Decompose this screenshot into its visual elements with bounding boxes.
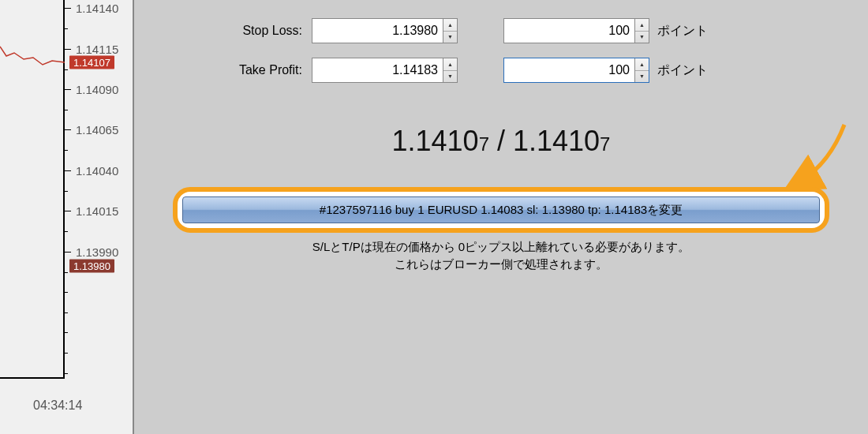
chart-tick-label: 1.14090 xyxy=(76,83,118,96)
take-profit-points-spinner[interactable]: ▲ ▼ xyxy=(503,58,649,83)
stop-loss-price-arrows[interactable]: ▲ ▼ xyxy=(443,19,457,43)
chart-tick-label: 1.14140 xyxy=(76,2,118,15)
chart-time-label: 04:34:14 xyxy=(33,398,82,413)
take-profit-label: Take Profit: xyxy=(209,63,312,77)
stop-loss-label: Stop Loss: xyxy=(209,24,312,38)
chart-tick-label: 1.14115 xyxy=(76,43,118,56)
chart-minor-tick xyxy=(65,353,68,354)
spin-down-icon[interactable]: ▼ xyxy=(635,71,649,83)
stop-loss-price-input[interactable] xyxy=(312,19,443,43)
chart-minor-tick xyxy=(65,332,68,333)
take-profit-price-arrows[interactable]: ▲ ▼ xyxy=(443,58,457,82)
spin-up-icon[interactable]: ▲ xyxy=(635,58,649,71)
modify-button-highlight: #1237597116 buy 1 EURUSD 1.14083 sl: 1.1… xyxy=(173,187,829,233)
points-unit: ポイント xyxy=(657,23,708,39)
take-profit-points-arrows[interactable]: ▲ ▼ xyxy=(634,58,649,82)
spin-up-icon[interactable]: ▲ xyxy=(443,58,457,71)
chart-tick xyxy=(65,252,71,253)
chart-minor-tick xyxy=(65,272,68,273)
chart-price-badge: 1.14107 xyxy=(69,56,114,69)
stop-loss-price-spinner[interactable]: ▲ ▼ xyxy=(312,18,458,43)
hint-line-2: これらはブローカー側で処理されます。 xyxy=(134,256,868,273)
spin-up-icon[interactable]: ▲ xyxy=(443,19,457,32)
chart-tick xyxy=(65,8,71,9)
stop-levels-hint: S/LとT/Pは現在の価格から 0ピップス以上離れている必要があります。 これら… xyxy=(134,238,868,273)
price-quote: 1.14107 / 1.14107 xyxy=(134,125,868,158)
chart-price-badge: 1.13980 xyxy=(69,260,114,273)
take-profit-points-input[interactable] xyxy=(504,58,634,82)
stop-loss-points-arrows[interactable]: ▲ ▼ xyxy=(634,19,649,43)
chart-minor-tick xyxy=(65,312,68,313)
bid-main: 1.1410 xyxy=(392,125,479,157)
chart-tick-label: 1.14065 xyxy=(76,123,118,137)
chart-minor-tick xyxy=(65,150,68,151)
chart-tick xyxy=(65,211,71,211)
chart-minor-tick xyxy=(65,191,68,192)
spin-down-icon[interactable]: ▼ xyxy=(443,32,457,43)
chart-minor-tick xyxy=(65,231,68,232)
chart-minor-tick xyxy=(65,28,68,29)
take-profit-row: Take Profit: ▲ ▼ ▲ ▼ ポイント xyxy=(209,57,708,84)
chart-tick-label: 1.13990 xyxy=(76,245,118,259)
spin-down-icon[interactable]: ▼ xyxy=(635,32,649,43)
quote-separator: / xyxy=(489,125,513,157)
modify-order-button[interactable]: #1237597116 buy 1 EURUSD 1.14083 sl: 1.1… xyxy=(182,196,820,223)
chart-minor-tick xyxy=(65,110,68,110)
hint-line-1: S/LとT/Pは現在の価格から 0ピップス以上離れている必要があります。 xyxy=(134,238,868,256)
ask-main: 1.1410 xyxy=(513,125,600,157)
points-unit: ポイント xyxy=(657,62,708,79)
ask-sub: 7 xyxy=(600,133,610,155)
spin-up-icon[interactable]: ▲ xyxy=(635,19,649,32)
chart-minor-tick xyxy=(65,373,68,374)
bid-sub: 7 xyxy=(479,133,489,155)
chart-tick-label: 1.14015 xyxy=(76,204,118,218)
stop-loss-points-spinner[interactable]: ▲ ▼ xyxy=(503,18,649,43)
chart-tick xyxy=(65,49,71,50)
take-profit-price-input[interactable] xyxy=(312,58,443,82)
order-modify-panel: Stop Loss: ▲ ▼ ▲ ▼ ポイント Take Profit: ▲ ▼ xyxy=(134,0,868,434)
chart-minor-tick xyxy=(65,69,68,70)
chart-price-line xyxy=(0,0,65,434)
price-chart-panel: 1.141401.141151.140901.140651.140401.140… xyxy=(0,0,134,434)
chart-tick-label: 1.14040 xyxy=(76,164,118,178)
chart-tick xyxy=(65,89,71,90)
chart-minor-tick xyxy=(65,292,68,293)
take-profit-price-spinner[interactable]: ▲ ▼ xyxy=(312,58,458,83)
stop-loss-points-input[interactable] xyxy=(504,19,634,43)
chart-tick xyxy=(65,129,71,130)
spin-down-icon[interactable]: ▼ xyxy=(443,71,457,83)
stop-loss-row: Stop Loss: ▲ ▼ ▲ ▼ ポイント xyxy=(209,17,708,44)
chart-tick xyxy=(65,170,71,171)
